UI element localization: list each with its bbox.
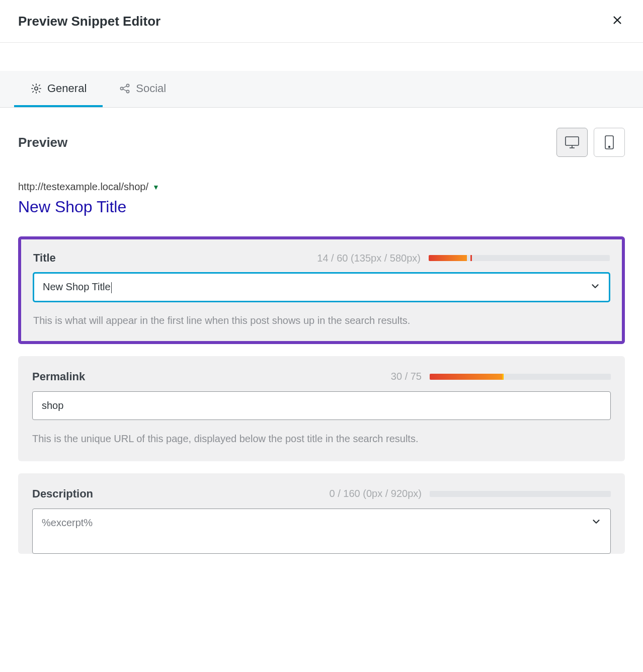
permalink-help: This is the unique URL of this page, dis… [32, 431, 611, 446]
title-counter: 14 / 60 (135px / 580px) [317, 253, 421, 264]
chevron-down-icon [591, 516, 602, 527]
title-field-card: Title 14 / 60 (135px / 580px) New Shop T… [18, 236, 625, 344]
serp-title[interactable]: New Shop Title [18, 198, 625, 216]
serp-url-row[interactable]: http://testexample.local/shop/ ▼ [18, 181, 625, 193]
close-icon [612, 15, 623, 26]
device-desktop-button[interactable] [556, 128, 588, 157]
description-input[interactable]: %excerpt% [32, 509, 611, 554]
description-label: Description [32, 487, 93, 500]
svg-point-3 [121, 87, 123, 90]
tab-social-label: Social [136, 82, 166, 95]
title-progress [429, 255, 610, 261]
description-input-row: %excerpt% [32, 509, 611, 554]
chevron-down-icon [590, 281, 601, 292]
permalink-counter: 30 / 75 [391, 371, 422, 382]
device-mobile-button[interactable] [594, 128, 625, 157]
tab-general-label: General [47, 82, 87, 95]
modal-title: Preview Snippet Editor [18, 14, 160, 29]
svg-line-6 [123, 86, 127, 88]
title-input-row: New Shop Title [33, 273, 610, 302]
svg-rect-8 [566, 137, 579, 145]
description-counter: 0 / 160 (0px / 920px) [330, 488, 422, 499]
modal-header: Preview Snippet Editor [0, 0, 643, 43]
svg-line-7 [123, 89, 127, 91]
title-label: Title [33, 251, 56, 265]
gear-icon [30, 82, 42, 95]
share-icon [119, 82, 131, 95]
permalink-label: Permalink [32, 370, 85, 383]
title-variables-toggle[interactable] [590, 281, 601, 294]
content: Preview http://testexample.local/shop/ ▼… [0, 108, 643, 554]
svg-point-12 [609, 146, 610, 148]
svg-point-2 [35, 87, 38, 90]
description-field-card: Description 0 / 160 (0px / 920px) %excer… [18, 473, 625, 554]
preview-section-header: Preview [18, 128, 625, 157]
svg-point-4 [127, 84, 129, 87]
serp-url-text: http://testexample.local/shop/ [18, 181, 148, 193]
tab-general[interactable]: General [14, 71, 103, 107]
description-input-value: %excerpt% [42, 517, 93, 528]
title-input-value: New Shop Title [43, 281, 111, 292]
title-input[interactable]: New Shop Title [33, 273, 610, 302]
svg-point-5 [127, 90, 129, 93]
description-progress [430, 491, 611, 497]
tab-social[interactable]: Social [103, 71, 182, 107]
tabs: General Social [0, 71, 643, 108]
title-help: This is what will appear in the first li… [33, 313, 610, 328]
mobile-icon [604, 135, 614, 150]
desktop-icon [565, 136, 580, 149]
permalink-progress [430, 374, 611, 380]
description-variables-toggle[interactable] [591, 516, 602, 529]
preview-label: Preview [18, 135, 67, 150]
permalink-input[interactable] [32, 391, 611, 420]
caret-down-icon: ▼ [152, 183, 159, 191]
permalink-field-card: Permalink 30 / 75 This is the unique URL… [18, 356, 625, 461]
permalink-input-row [32, 391, 611, 420]
device-toggle-group [556, 128, 625, 157]
close-button[interactable] [610, 12, 625, 30]
